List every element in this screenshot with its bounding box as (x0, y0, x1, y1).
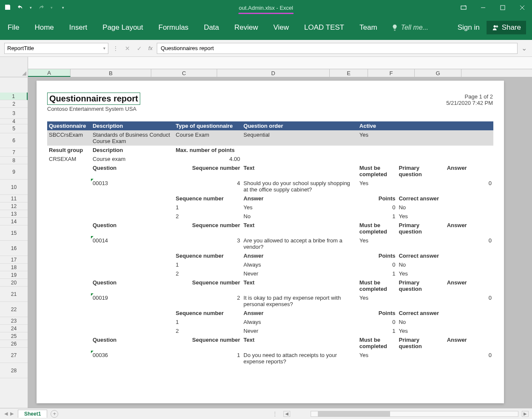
column-header-B[interactable]: B (71, 69, 151, 77)
redo-dropdown-icon[interactable]: ▾ (51, 6, 53, 10)
tab-insert[interactable]: Insert (68, 21, 89, 34)
row-header-24[interactable]: 24 (0, 325, 28, 332)
svg-rect-2 (501, 6, 505, 10)
row-header-10[interactable]: 10 (0, 180, 28, 195)
fx-icon[interactable]: fx (148, 45, 153, 51)
cell: Never (242, 269, 358, 278)
tab-review[interactable]: Review (233, 21, 260, 34)
row-header-13[interactable]: 13 (0, 210, 28, 218)
row-header-1[interactable]: 1 (0, 93, 28, 100)
row-header-column: 1234567891011121314151617181920212223242… (0, 57, 28, 408)
cell (397, 155, 445, 163)
enter-formula-icon[interactable]: ✓ (135, 45, 144, 52)
column-header-E[interactable]: E (330, 69, 368, 77)
cell: Answer (445, 335, 493, 351)
tab-page-layout[interactable]: Page Layout (101, 21, 144, 34)
cell (47, 179, 91, 194)
cancel-formula-icon[interactable]: ✕ (123, 45, 132, 52)
row-header-18[interactable]: 18 (0, 264, 28, 271)
tab-team[interactable]: Team (358, 21, 379, 34)
row-header-12[interactable]: 12 (0, 202, 28, 210)
row-header-2[interactable]: 2 (0, 100, 28, 108)
redo-icon[interactable] (38, 4, 45, 12)
formula-options-icon[interactable]: ⋮ (111, 45, 120, 52)
ribbon-display-options-icon[interactable] (454, 0, 473, 15)
cell: Text (242, 335, 358, 351)
tab-split-handle[interactable]: ⋮ (272, 411, 277, 417)
tab-home[interactable]: Home (33, 21, 55, 34)
sign-in-link[interactable]: Sign in (456, 21, 481, 34)
column-header-A[interactable]: A (28, 69, 71, 77)
row-header-3[interactable]: 3 (0, 108, 28, 119)
window-controls (454, 0, 532, 15)
horizontal-scrollbar[interactable] (311, 411, 518, 417)
cell: Question order (242, 121, 358, 130)
row-header-28[interactable]: 28 (0, 363, 28, 378)
row-header-22[interactable]: 22 (0, 302, 28, 317)
row-header-17[interactable]: 17 (0, 256, 28, 264)
cell: Yes (358, 236, 397, 251)
tab-load-test[interactable]: LOAD TEST (303, 21, 346, 34)
cell (47, 212, 91, 221)
name-box[interactable]: ReportTitle ▾ (4, 43, 108, 54)
column-header-F[interactable]: F (368, 69, 415, 77)
row-header-4[interactable]: 4 (0, 119, 28, 124)
row-header-21[interactable]: 21 (0, 287, 28, 302)
row-header-11[interactable]: 11 (0, 195, 28, 202)
cell: Yes (358, 351, 397, 366)
row-header-25[interactable]: 25 (0, 332, 28, 340)
row-header-27[interactable]: 27 (0, 348, 28, 363)
row-header-23[interactable]: 23 (0, 317, 28, 325)
cell (47, 260, 91, 269)
chevron-down-icon[interactable]: ▾ (103, 46, 105, 51)
svg-point-5 (493, 25, 495, 28)
page-view[interactable]: Page 1 of 2 5/21/2020 7:42 PM Questionna… (37, 81, 504, 403)
tell-me-search[interactable]: Tell me... (391, 24, 428, 31)
share-button[interactable]: Share (487, 21, 526, 34)
row-header-6[interactable]: 6 (0, 133, 28, 148)
formula-input[interactable]: Questionnaires report (157, 43, 518, 54)
hscroll-left-icon[interactable]: ◀ (283, 411, 290, 417)
cell (445, 203, 493, 212)
cell: 2 (174, 212, 242, 221)
cell (47, 351, 91, 366)
undo-icon[interactable] (17, 4, 24, 12)
close-icon[interactable] (512, 0, 532, 15)
row-header-9[interactable]: 9 (0, 164, 28, 180)
minimize-icon[interactable] (473, 0, 493, 15)
qat-customize-icon[interactable]: ▾ (62, 6, 64, 10)
sheet-tab-sheet1[interactable]: Sheet1 (18, 410, 47, 418)
tab-view[interactable]: View (272, 21, 291, 34)
cell (47, 326, 91, 335)
sheet-nav-arrows[interactable]: ◀▶ (3, 411, 14, 416)
new-sheet-button[interactable]: + (51, 410, 58, 418)
cell (47, 236, 91, 251)
row-header-15[interactable]: 15 (0, 225, 28, 241)
undo-dropdown-icon[interactable]: ▾ (30, 6, 32, 10)
row-header-26[interactable]: 26 (0, 340, 28, 348)
hscroll-right-icon[interactable]: ▶ (522, 411, 529, 417)
row-header-7[interactable]: 7 (0, 148, 28, 157)
save-icon[interactable] (4, 4, 11, 12)
expand-formula-bar-icon[interactable]: ⌄ (520, 44, 528, 52)
column-header-D[interactable]: D (217, 69, 330, 77)
cell (91, 309, 174, 318)
row-header-16[interactable]: 16 (0, 241, 28, 256)
cell: Primary question (397, 278, 445, 293)
cell (242, 155, 358, 163)
row-header-5[interactable]: 5 (0, 124, 28, 133)
row-header-14[interactable]: 14 (0, 218, 28, 225)
tab-file[interactable]: File (6, 21, 21, 34)
cell: Primary question (397, 221, 445, 236)
row-header-20[interactable]: 20 (0, 279, 28, 287)
column-header-G[interactable]: G (415, 69, 461, 77)
select-all-corner[interactable] (0, 57, 28, 77)
tab-data[interactable]: Data (202, 21, 221, 34)
sheet-tab-bar: ◀▶ Sheet1 + ⋮ ◀ ▶ (0, 408, 532, 419)
column-header-C[interactable]: C (151, 69, 217, 77)
maximize-icon[interactable] (493, 0, 512, 15)
tab-formulas[interactable]: Formulas (157, 21, 190, 34)
cell: 1 (174, 203, 242, 212)
row-header-8[interactable]: 8 (0, 157, 28, 164)
row-header-19[interactable]: 19 (0, 271, 28, 279)
